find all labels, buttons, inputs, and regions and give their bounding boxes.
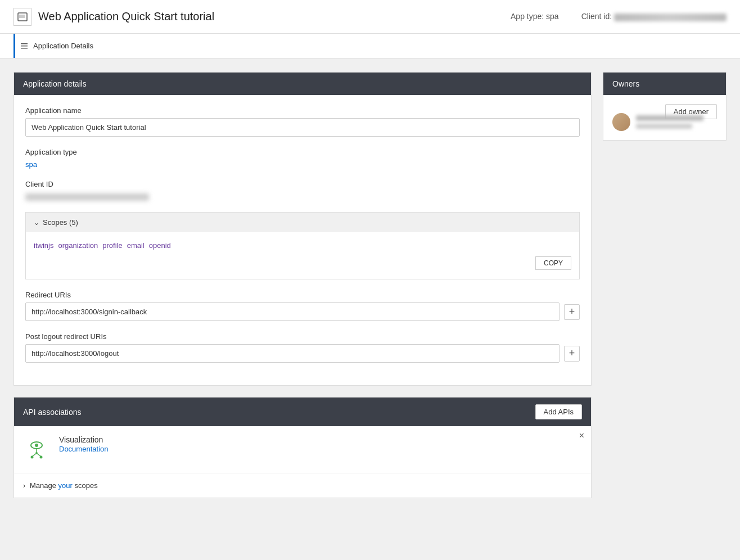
app-details-header: Application details: [14, 73, 591, 95]
post-logout-label: Post logout redirect URIs: [25, 332, 580, 341]
app-name-label: Application name: [25, 106, 580, 115]
scope-tags: itwinjs organization profile email openi…: [34, 241, 571, 250]
redirect-uri-row: +: [25, 302, 580, 321]
header-meta: App type: spa Client id:: [511, 12, 727, 21]
chevron-right-icon: ›: [23, 482, 25, 490]
owners-header: Owners: [603, 73, 726, 95]
scope-tag-openid: openid: [149, 241, 171, 250]
app-header: Web Application Quick Start tutorial App…: [0, 0, 740, 34]
redirect-uri-input[interactable]: [25, 302, 559, 321]
client-id-value: [614, 13, 727, 21]
app-type-group: Application type spa: [25, 148, 580, 169]
subnav: Application Details: [0, 34, 740, 58]
svg-point-12: [40, 456, 43, 459]
add-apis-button[interactable]: Add APIs: [535, 404, 582, 419]
post-logout-uri-input[interactable]: [25, 344, 559, 363]
content-area: Application details Application name App…: [13, 72, 592, 547]
scopes-label: Scopes (5): [43, 218, 78, 227]
client-id-display: [25, 193, 149, 201]
api-visualization-info: Visualization Documentation: [59, 435, 582, 453]
client-id-label: Client ID: [25, 180, 580, 188]
owner-avatar: [612, 113, 630, 131]
scope-tag-organization: organization: [58, 241, 98, 250]
api-associations-card: API associations Add APIs: [13, 397, 592, 498]
svg-point-10: [35, 452, 38, 454]
app-name-group: Application name: [25, 106, 580, 137]
api-associations-header: API associations Add APIs: [14, 398, 591, 426]
svg-point-11: [31, 456, 34, 459]
app-name-input[interactable]: [25, 118, 580, 137]
add-post-logout-uri-button[interactable]: +: [564, 346, 580, 362]
visualization-icon: [23, 435, 50, 464]
app-details-body: Application name Application type spa Cl…: [14, 95, 591, 385]
scopes-section: ⌄ Scopes (5) itwinjs organization profil…: [25, 212, 580, 279]
copy-scopes-button[interactable]: COPY: [535, 256, 571, 270]
app-type-label: Application type: [25, 148, 580, 156]
redirect-uris-group: Redirect URIs +: [25, 291, 580, 321]
remove-api-button[interactable]: ×: [579, 431, 584, 441]
svg-rect-3: [21, 46, 28, 47]
manage-scopes-label: Manage your scopes: [30, 481, 98, 490]
app-details-card: Application details Application name App…: [13, 72, 592, 386]
scopes-body: itwinjs organization profile email openi…: [26, 232, 579, 279]
app-type-meta: App type: spa: [511, 12, 559, 21]
app-type-value: spa: [25, 160, 37, 169]
client-id-meta: Client id:: [581, 12, 727, 21]
post-logout-uris-group: Post logout redirect URIs +: [25, 332, 580, 363]
scope-tag-itwinjs: itwinjs: [34, 241, 53, 250]
owner-name: [636, 115, 703, 121]
redirect-uris-label: Redirect URIs: [25, 291, 580, 299]
subnav-application-details[interactable]: Application Details: [13, 34, 98, 58]
api-visualization-name: Visualization: [59, 435, 103, 444]
list-icon: [20, 42, 29, 51]
manage-scopes-row[interactable]: › Manage your scopes: [14, 473, 591, 498]
owner-info: [636, 115, 703, 129]
owners-card: Owners Add owner: [603, 72, 727, 141]
subnav-label: Application Details: [33, 42, 93, 50]
api-body: Visualization Documentation × › Manage y…: [14, 426, 591, 498]
owner-email: [636, 124, 692, 129]
scopes-header[interactable]: ⌄ Scopes (5): [26, 213, 579, 232]
scopes-footer: COPY: [34, 256, 571, 270]
main-layout: Application details Application name App…: [0, 58, 740, 560]
svg-rect-4: [21, 48, 28, 49]
client-id-group: Client ID: [25, 180, 580, 201]
owner-item: [612, 113, 665, 131]
post-logout-uri-row: +: [25, 344, 580, 363]
add-redirect-uri-button[interactable]: +: [564, 304, 580, 320]
scope-tag-profile: profile: [102, 241, 122, 250]
app-icon: [13, 8, 31, 26]
api-documentation-link[interactable]: Documentation: [59, 445, 108, 453]
svg-rect-2: [21, 43, 28, 44]
svg-point-6: [35, 444, 38, 447]
scope-tag-email: email: [127, 241, 145, 250]
owners-body: Add owner: [603, 95, 726, 140]
svg-rect-1: [19, 15, 25, 18]
page-title: Web Application Quick Start tutorial: [38, 10, 511, 23]
api-item-visualization: Visualization Documentation ×: [14, 426, 591, 473]
chevron-down-icon: ⌄: [34, 219, 39, 227]
sidebar: Owners Add owner: [603, 72, 727, 547]
